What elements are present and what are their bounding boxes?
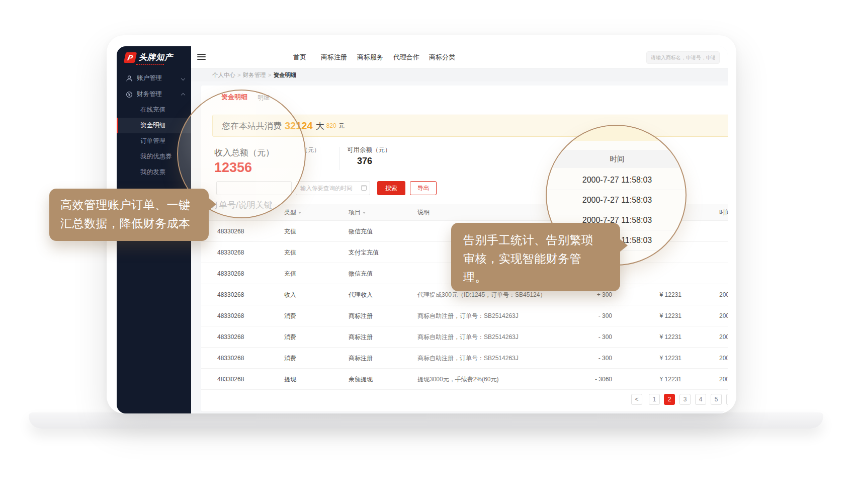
income-total-value: 12356: [214, 160, 252, 176]
cell-type: 充值: [284, 242, 296, 263]
logo-flag-icon: P: [124, 52, 137, 63]
cell-balance: ¥ 12231: [641, 326, 681, 348]
income-total-label: 收入总额（元）: [214, 147, 274, 158]
tooltip-manage-orders: 高效管理账户订单、一键 汇总数据，降低财务成本: [49, 189, 209, 241]
cell-project: 商标注册: [349, 326, 373, 348]
chevron-down-icon: [298, 212, 301, 214]
cell-desc: 商标自助注册，订单号：SB2514263J: [417, 348, 519, 369]
sidebar-item-coupons[interactable]: 我的优惠券: [117, 149, 191, 164]
cell-project: 余额提现: [349, 369, 373, 390]
nav-tab-home[interactable]: 首页: [293, 46, 306, 68]
cell-balance: ¥ 12231: [641, 305, 681, 326]
cell-project: 代理收入: [349, 284, 373, 305]
lens-time-value: 2000-7-27 11:58:03: [547, 190, 687, 210]
search-button[interactable]: 搜索: [377, 181, 405, 195]
cell-amount: - 300: [582, 305, 612, 326]
banner-amount: 32124: [285, 120, 313, 132]
pagination: < 1 2 3 4 5 >: [201, 394, 728, 405]
pagination-next-button[interactable]: >: [726, 394, 728, 405]
tooltip-text: 审核，实现智能财务管: [463, 249, 620, 268]
cell-time: 2000-7-27 11:58:03: [719, 284, 728, 305]
tooltip-arrow: [208, 198, 216, 211]
tooltip-text: 告别手工统计、告别繁琐: [463, 231, 620, 249]
nav-tab-agent-coop[interactable]: 代理合作: [393, 46, 419, 68]
tooltip-arrow: [620, 239, 628, 252]
tooltip-text: 汇总数据，降低财务成本: [60, 214, 209, 233]
tooltip-smart-finance: 告别手工统计、告别繁琐 审核，实现智能财务管 理。: [451, 223, 620, 291]
cell-project: 商标注册: [349, 305, 373, 326]
cell-time: 2000-7-27 11:58:03: [719, 369, 728, 390]
available-balance-label: 可用余额（元）: [347, 146, 391, 154]
cell-project: 微信充值: [349, 263, 373, 284]
cell-order-no: 48330268: [217, 348, 244, 369]
column-header-desc: 说明: [417, 204, 430, 221]
column-header-type[interactable]: 类型: [284, 204, 301, 221]
cell-amount: - 300: [582, 326, 612, 348]
cell-type: 消费: [284, 348, 296, 369]
sidebar-item-invoices[interactable]: 我的发票: [117, 164, 191, 180]
cell-order-no: 48330268: [217, 305, 244, 326]
coin-icon: [126, 91, 133, 98]
table-row[interactable]: 48330268 提现 余额提现 提现3000元，手续费2%(60元) - 30…: [201, 369, 728, 390]
cell-type: 消费: [284, 305, 296, 326]
pagination-page-1[interactable]: 1: [649, 394, 660, 405]
cell-order-no: 48330268: [217, 369, 244, 390]
logo[interactable]: P 头牌知产: [125, 52, 173, 65]
table-row[interactable]: 48330268 消费 商标注册 商标自助注册，订单号：SB2514263J -…: [201, 305, 728, 326]
export-button[interactable]: 导出: [410, 181, 437, 195]
chevron-down-icon: [181, 76, 185, 80]
cell-order-no: 48330268: [217, 326, 244, 348]
cell-project: 商标注册: [349, 348, 373, 369]
keyword-input[interactable]: [216, 181, 292, 195]
banner-amount-small: 820: [326, 122, 336, 129]
table-row[interactable]: 48330268 消费 商标注册 商标自助注册，订单号：SB2514263J -…: [201, 326, 728, 348]
search-input[interactable]: [646, 51, 720, 64]
cell-time: [719, 221, 728, 242]
pagination-page-2-active[interactable]: 2: [664, 394, 675, 405]
sidebar-item-finance[interactable]: 财务管理: [117, 87, 191, 102]
sidebar-item-label: 账户管理: [137, 74, 162, 82]
cell-time: 2000-7-27 11:58:03: [719, 326, 728, 348]
user-icon: [126, 75, 133, 82]
banner-text: 您在本站共消费: [222, 120, 282, 132]
cell-order-no: 48330268: [217, 221, 244, 242]
chevron-up-icon: [181, 93, 185, 97]
banner-unit: 元: [338, 122, 345, 130]
breadcrumb-current: 资金明细: [273, 72, 296, 78]
breadcrumb-item[interactable]: 财务管理: [243, 72, 266, 78]
lens-time-column-header: 时间: [547, 150, 687, 168]
nav-tab-trademark-register[interactable]: 商标注册: [321, 46, 347, 68]
breadcrumb: 个人中心>财务管理>资金明细: [191, 68, 728, 81]
tooltip-text: 理。: [463, 268, 620, 287]
tab-other-detail[interactable]: 明细: [258, 94, 270, 102]
available-balance-value: 376: [357, 156, 372, 166]
pagination-page-4[interactable]: 4: [695, 394, 706, 405]
breadcrumb-item[interactable]: 个人中心: [212, 72, 235, 78]
sidebar-item-fund-detail[interactable]: 资金明细: [117, 118, 191, 133]
cell-type: 充值: [284, 221, 296, 242]
cell-balance: ¥ 12231: [641, 284, 681, 305]
pagination-prev-button[interactable]: <: [631, 394, 642, 405]
calendar-icon[interactable]: [361, 185, 367, 191]
cell-desc: 提现3000元，手续费2%(60元): [417, 369, 498, 390]
laptop-base: [29, 412, 823, 429]
pagination-page-5[interactable]: 5: [711, 394, 722, 405]
cell-balance: ¥ 12231: [641, 348, 681, 369]
hamburger-menu-icon[interactable]: [197, 54, 206, 60]
sidebar-item-orders[interactable]: 订单管理: [117, 133, 191, 149]
column-header-time: 时间: [719, 204, 728, 221]
expense-label-partial: （元）: [302, 146, 320, 154]
table-row[interactable]: 48330268 消费 商标注册 商标自助注册，订单号：SB2514263J -…: [201, 348, 728, 369]
nav-tab-trademark-class[interactable]: 商标分类: [429, 46, 455, 68]
pagination-page-3[interactable]: 3: [679, 394, 691, 405]
sidebar-item-recharge[interactable]: 在线充值: [117, 102, 191, 118]
chevron-down-icon: [363, 212, 366, 214]
column-header-project[interactable]: 项目: [349, 204, 366, 221]
cell-project: 微信充值: [349, 221, 373, 242]
sidebar-item-account[interactable]: 账户管理: [117, 70, 191, 86]
tab-fund-detail[interactable]: 资金明细: [221, 93, 247, 102]
top-navbar: 首页 商标注册 商标服务 代理合作 商标分类: [191, 46, 728, 68]
date-input[interactable]: [296, 181, 370, 195]
nav-tab-trademark-service[interactable]: 商标服务: [357, 46, 383, 68]
cell-time: 2000-7-27 11:58:03: [719, 305, 728, 326]
